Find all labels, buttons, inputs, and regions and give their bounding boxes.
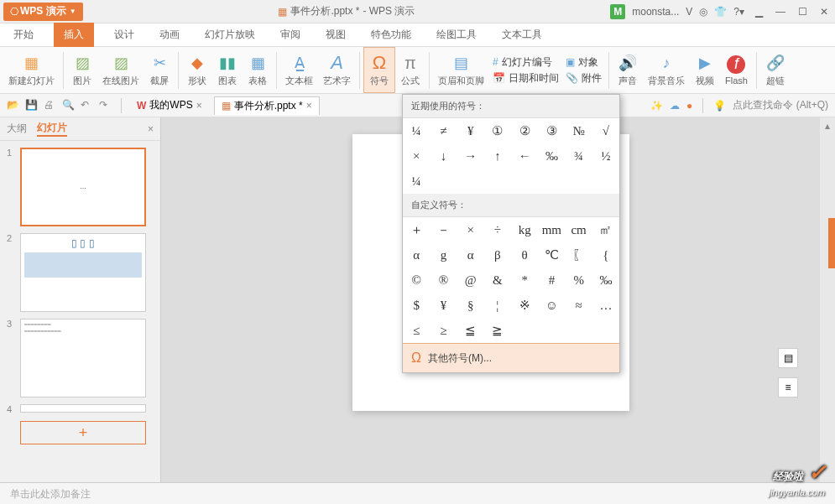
ribbon-online-image[interactable]: ▨在线图片 [97,47,144,93]
sym-custom[interactable]: { [592,242,619,268]
menu-drawing[interactable]: 绘图工具 [431,24,482,45]
float-btn-1[interactable]: ▤ [778,348,798,368]
sym-recent[interactable]: ¼ [403,169,430,194]
tab-mywps[interactable]: W我的WPS× [130,96,209,114]
menu-animation[interactable]: 动画 [154,24,185,45]
sym-custom[interactable]: kg [511,217,538,242]
sym-custom[interactable]: ℃ [538,242,565,268]
ribbon-slide-number[interactable]: #幻灯片编号 [493,55,559,70]
redo-icon[interactable]: ↷ [99,99,112,112]
sym-custom[interactable]: α [457,242,484,268]
menu-review[interactable]: 审阅 [275,24,305,45]
sym-custom[interactable]: 〖 [566,242,592,268]
sym-recent[interactable]: № [566,118,592,143]
ribbon-flash[interactable]: fFlash [720,47,753,93]
sym-custom[interactable]: ※ [511,293,538,318]
sym-custom[interactable]: g [430,242,457,268]
sync-icon[interactable]: V [686,6,692,18]
sym-recent[interactable]: ¼ [403,118,430,143]
sym-custom[interactable]: θ [511,242,538,268]
sym-recent[interactable]: ↓ [430,143,457,169]
app-logo[interactable]: ⎔ WPS 演示 ▼ [3,3,83,21]
thumbnail-2[interactable]: ▯ ▯ ▯ [20,233,146,312]
sym-custom[interactable]: ≈ [566,293,592,318]
sym-custom[interactable]: ≦ [457,318,484,343]
sym-custom[interactable]: © [403,268,430,293]
sym-custom[interactable]: * [511,268,538,293]
tab-slides[interactable]: 幻灯片 [37,121,67,137]
sym-recent[interactable]: ½ [592,143,619,169]
sym-custom[interactable]: ☺ [538,293,565,318]
record-icon[interactable]: ● [686,100,692,112]
ribbon-shape[interactable]: ◆形状 [182,47,212,93]
add-slide-button[interactable]: + [20,421,146,444]
close-icon[interactable]: ✕ [817,6,832,18]
sym-custom[interactable]: － [430,217,457,242]
ribbon-new-slide[interactable]: ▦新建幻灯片 [3,47,60,93]
collapse-icon[interactable]: ▴ [820,117,835,134]
sym-custom[interactable]: β [484,242,511,268]
tab-document[interactable]: ▦事件分析.pptx *× [214,96,320,115]
ribbon-bgmusic[interactable]: ♪背景音乐 [643,47,690,93]
sym-custom[interactable]: × [457,217,484,242]
float-btn-2[interactable]: ≡ [778,377,798,397]
ribbon-table[interactable]: ▦表格 [243,47,273,93]
sym-custom[interactable]: $ [403,293,430,318]
ribbon-wordart[interactable]: A艺术字 [318,47,356,93]
sym-custom[interactable]: ≥ [430,318,457,343]
menu-insert[interactable]: 插入 [54,23,94,47]
ribbon-object[interactable]: ▣对象 [566,55,602,70]
search-hint[interactable]: 点此查找命令 (Alt+Q) [733,98,828,112]
sym-custom[interactable]: ≧ [484,318,511,343]
sym-custom[interactable]: … [592,293,619,318]
ribbon-image[interactable]: ▨图片 [67,47,97,93]
ribbon-sound[interactable]: 🔊声音 [613,47,643,93]
magic-icon[interactable]: ✨ [650,100,663,112]
menu-design[interactable]: 设计 [109,24,139,45]
thumbnail-1[interactable]: … [20,148,146,226]
sym-custom[interactable]: & [484,268,511,293]
sym-recent[interactable]: ¥ [457,118,484,143]
sym-custom[interactable]: @ [457,268,484,293]
sym-custom[interactable]: ＋ [403,217,430,242]
menu-features[interactable]: 特色功能 [366,24,416,45]
ribbon-chart[interactable]: ▮▮图表 [212,47,243,93]
cloud-icon[interactable]: ☁ [670,100,680,112]
sym-recent[interactable]: ① [484,118,511,143]
tab-outline[interactable]: 大纲 [7,122,27,136]
sym-recent[interactable]: ③ [538,118,565,143]
sym-custom[interactable]: ÷ [484,217,511,242]
notes-pane[interactable]: 单击此处添加备注 [0,482,835,504]
menu-start[interactable]: 开始 [8,24,39,45]
sym-custom[interactable]: ≤ [403,318,430,343]
sym-recent[interactable]: ② [511,118,538,143]
preview-icon[interactable]: 🔍 [62,99,76,112]
ribbon-symbol[interactable]: Ω符号 [363,47,395,93]
sym-recent[interactable]: ← [511,143,538,169]
sym-custom[interactable]: § [457,293,484,318]
sym-custom[interactable]: ‰ [592,268,619,293]
ribbon-link[interactable]: 🔗超链 [760,47,791,93]
thumbnail-4[interactable] [20,404,146,413]
sym-recent[interactable]: × [403,143,430,169]
sym-recent[interactable]: ≠ [430,118,457,143]
user-avatar[interactable]: M [610,4,625,19]
sym-custom[interactable]: ¦ [484,293,511,318]
menu-text[interactable]: 文本工具 [497,24,547,45]
orange-handle[interactable] [828,218,835,268]
sym-custom[interactable]: ® [430,268,457,293]
sym-recent[interactable]: ‰ [538,143,565,169]
sidebar-close-icon[interactable]: × [148,123,154,135]
ribbon-video[interactable]: ▶视频 [690,47,720,93]
sym-recent[interactable]: ¾ [566,143,592,169]
menu-view[interactable]: 视图 [321,24,351,45]
ribbon-screenshot[interactable]: ✂截屏 [144,47,175,93]
ribbon-datetime[interactable]: 📅日期和时间 [493,71,559,86]
undo-icon[interactable]: ↶ [81,99,94,112]
sym-custom[interactable]: cm [566,217,592,242]
menu-slideshow[interactable]: 幻灯片放映 [200,24,260,45]
skin-icon[interactable]: 👕 [714,6,727,18]
sym-custom[interactable]: α [403,242,430,268]
maximize-icon[interactable]: ☐ [795,6,810,18]
aim-icon[interactable]: ◎ [699,6,707,18]
